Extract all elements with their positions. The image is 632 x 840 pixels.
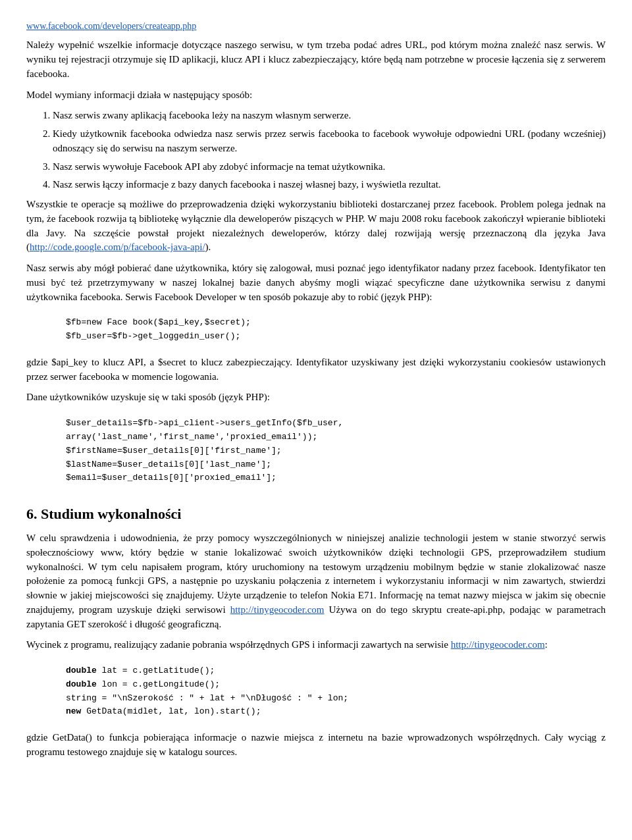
paragraph-6-intro: Dane użytkowników uzyskuje się w taki sp…: [26, 390, 606, 405]
code-block-3: double lat = c.getLatitude(); double lon…: [26, 659, 606, 724]
geocoder-link-2[interactable]: http://tinygeocoder.com: [451, 639, 545, 650]
paragraph-3: Wszystkie te operacje są możliwe do prze…: [26, 197, 606, 255]
paragraph-4: Nasz serwis aby mógł pobierać dane użytk…: [26, 261, 606, 304]
code-block-1: $fb=new Face book($api_key,$secret); $fb…: [26, 311, 606, 349]
list-item-1: Nasz serwis zwany aplikacją facebooka le…: [53, 109, 606, 123]
code-block-2: $user_details=$fb->api_client->users_get…: [26, 411, 606, 490]
model-list: Nasz serwis zwany aplikacją facebooka le…: [53, 109, 606, 192]
paragraph-8: Wycinek z programu, realizujący zadanie …: [26, 638, 606, 652]
paragraph-5: gdzie $api_key to klucz API, a $secret t…: [26, 355, 606, 384]
paragraph-7: W celu sprawdzenia i udowodnienia, że pr…: [26, 531, 606, 631]
list-item-3: Nasz serwis wywołuje Facebook API aby zd…: [53, 160, 606, 174]
geocoder-link-1[interactable]: http://tinygeocoder.com: [230, 604, 325, 615]
list-item-4: Nasz serwis łączy informacje z bazy dany…: [53, 178, 606, 192]
list-item-2: Kiedy użytkownik facebooka odwiedza nasz…: [53, 127, 606, 156]
paragraph-1: Należy wypełnić wszelkie informacje doty…: [26, 38, 606, 81]
section-6-heading: 6. Studium wykonalności: [26, 504, 606, 525]
paragraph-9: gdzie GetData() to funkcja pobierająca i…: [26, 731, 606, 760]
header-url-link[interactable]: www.facebook.com/developers/createapp.ph…: [26, 20, 606, 33]
java-api-link[interactable]: http://code.google.com/p/facebook-java-a…: [30, 242, 205, 252]
paragraph-2-intro: Model wymiany informacji działa w następ…: [26, 88, 606, 103]
